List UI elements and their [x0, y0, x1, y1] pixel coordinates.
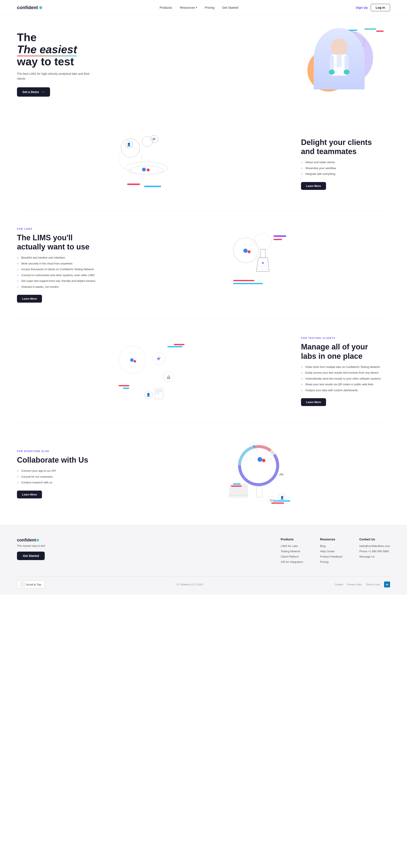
hero-bar-red: [376, 31, 384, 32]
clients-inner: ⚗️ 🔬 👤 FOR TESTING CLIENTS Manage all of…: [17, 337, 390, 406]
cl-barr1: [174, 344, 184, 345]
cl-docline1: [156, 390, 162, 391]
footer-lims-labs[interactable]: LIMS for Labs: [281, 545, 303, 548]
footer-api-integrators[interactable]: API for Integrators: [281, 560, 303, 563]
cl-person2: 👤: [144, 391, 153, 399]
illus-oval2: [129, 166, 163, 175]
hero-section: The The easiest way to test The best LIM…: [0, 15, 407, 117]
delight-illus: 👤 ⚗️: [117, 134, 184, 193]
lb-bv2: [274, 239, 282, 240]
hero-person-image: [314, 28, 365, 89]
demo-label: Get a Demo: [23, 90, 39, 94]
everyone-list: Connect your app to our API Consult for …: [17, 469, 106, 485]
lb-bar2: [233, 283, 263, 284]
footer-logo-dot: [36, 539, 39, 541]
navbar: confident Products Resources Pricing Get…: [0, 0, 407, 15]
logo[interactable]: confident: [17, 5, 42, 10]
lb-dcirc: [254, 233, 271, 250]
footer-phone[interactable]: Phone +1 866 566 5866: [359, 550, 390, 553]
labs-section: FOR LABS The LIMS you'llactually want to…: [0, 211, 407, 319]
everyone-item-0: Connect your app to our API: [17, 469, 106, 473]
footer-client-platform[interactable]: Client Platform: [281, 555, 303, 558]
footer-top: confident The easiest way to test Get St…: [17, 538, 390, 566]
footer-product-feedback[interactable]: Product Feedback: [320, 555, 343, 558]
svg-rect-7: [260, 249, 265, 258]
everyone-section: ⚗️ ☁ 👤 📖 FOR EVERYONE ELSE: [0, 423, 407, 525]
clients-learn-more[interactable]: Learn More: [301, 398, 326, 406]
footer-bottom: ↑ Scroll to Top CC Software LLC © 2023 C…: [17, 576, 390, 588]
delight-text: Delight your clientsand teammates Attrac…: [301, 138, 390, 190]
beaker-svg: [254, 248, 271, 274]
svg-rect-16: [229, 495, 248, 497]
svg-point-4: [329, 69, 335, 74]
nav-pricing[interactable]: Pricing: [205, 6, 215, 9]
cl-flask2: 🔬: [163, 371, 174, 382]
ev-bar1: [231, 486, 242, 487]
labs-list: Beautiful and intuitive user interface W…: [17, 255, 106, 289]
illus-flask: ⚗️: [151, 135, 158, 143]
cl-dot-r: [133, 360, 136, 363]
delight-title: Delight your clientsand teammates: [301, 138, 390, 156]
hero-easiest: The easiest: [17, 43, 77, 56]
lb-lines: [233, 280, 263, 284]
clients-item-4: Analyze your data with custom dashboards: [301, 388, 390, 393]
cl-bar1: [119, 385, 129, 386]
lb-bv1: [274, 236, 286, 237]
footer-tagline: The easiest way to test: [17, 544, 264, 547]
footer-privacy[interactable]: Privacy Policy: [347, 583, 362, 586]
everyone-item-2: Conduct research with us: [17, 480, 106, 485]
footer-contact-heading: Contact Us: [359, 538, 390, 541]
person-svg: [318, 34, 361, 89]
labs-item-0: Beautiful and intuitive user interface: [17, 255, 106, 260]
linkedin-icon[interactable]: in: [384, 582, 390, 587]
nav-get-started[interactable]: Get Started: [222, 6, 239, 9]
delight-section: 👤 ⚗️ Delight your clientsand teammates A…: [0, 117, 407, 211]
illus-bar2: [144, 186, 161, 187]
footer-blog[interactable]: Blog: [320, 545, 343, 548]
footer-logo: confident: [17, 538, 264, 542]
labs-learn-more[interactable]: Learn More: [17, 295, 42, 303]
cl-bar2: [123, 388, 129, 389]
everyone-learn-more[interactable]: Learn More: [17, 491, 42, 498]
hero-content: The The easiest way to test The best LIM…: [17, 31, 97, 97]
signup-link[interactable]: Sign Up: [356, 6, 368, 9]
delight-list: Attract and retain clients Streamline yo…: [301, 160, 390, 176]
nav-resources[interactable]: Resources: [180, 6, 197, 9]
login-button[interactable]: Log In: [371, 4, 390, 11]
footer-col-resources: Resources Blog Help Center Product Feedb…: [320, 538, 343, 566]
scroll-label: Scroll to Top: [26, 583, 41, 586]
footer-terms[interactable]: Terms of Use: [366, 583, 380, 586]
clients-title: Manage all of yourlabs in one place: [301, 342, 390, 361]
footer-pricing[interactable]: Pricing: [320, 560, 343, 563]
ev-barr2: [274, 500, 290, 502]
svg-point-5: [344, 69, 349, 74]
demo-button[interactable]: Get a Demo →: [17, 87, 50, 97]
footer-col-contact: Contact Us hello@confidentlims.com Phone…: [359, 538, 390, 566]
clients-item-3: Share your test results via QR codes or …: [301, 382, 390, 386]
cl-docline2: [156, 392, 162, 392]
clients-item-0: Order tests from multiple labs on Confid…: [301, 365, 390, 369]
footer-help-center[interactable]: Help Center: [320, 550, 343, 553]
nav-products[interactable]: Products: [160, 6, 172, 9]
ev-phone: [256, 487, 262, 497]
footer-brand: confident The easiest way to test Get St…: [17, 538, 264, 566]
footer-testing-network[interactable]: Testing Network: [281, 550, 303, 553]
illus-person: 👤: [125, 141, 133, 148]
footer-email[interactable]: hello@confidentlims.com: [359, 545, 390, 548]
svg-point-0: [331, 38, 348, 56]
illus-dot-red: [147, 168, 150, 172]
labs-text: FOR LABS The LIMS you'llactually want to…: [17, 227, 106, 303]
donut-chart: [235, 442, 282, 489]
everyone-title: Collaborate with Us: [17, 456, 106, 465]
footer-message[interactable]: Message Us: [359, 555, 390, 558]
delight-learn-more[interactable]: Learn More: [301, 182, 326, 190]
footer-get-started[interactable]: Get Started: [17, 552, 45, 560]
footer-cookies[interactable]: Cookies: [335, 583, 343, 586]
cl-smc1: ⚗️: [153, 352, 165, 365]
clients-item-2: Automatically send test results to your …: [301, 377, 390, 381]
scroll-box-icon: ↑: [21, 583, 24, 586]
labs-item-3: Connect to instruments and other systems…: [17, 273, 106, 277]
footer-legal-links: Cookies Privacy Policy Terms of Use: [335, 583, 380, 586]
scroll-to-top-button[interactable]: ↑ Scroll to Top: [17, 581, 45, 588]
clients-item-1: Easily access your test results and invo…: [301, 371, 390, 375]
